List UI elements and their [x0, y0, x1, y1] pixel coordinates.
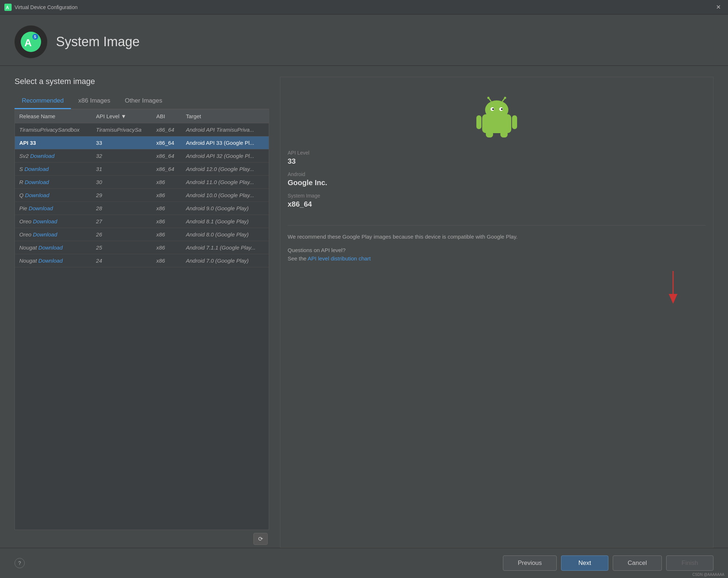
- cancel-button[interactable]: Cancel: [613, 555, 662, 571]
- table-footer: ⟳: [15, 530, 269, 548]
- arrow-container: [288, 262, 706, 306]
- android-row: Android Google Inc.: [288, 171, 706, 187]
- table-row[interactable]: TiramisuPrivacySandboxTiramisuPrivacySax…: [15, 123, 269, 136]
- download-link[interactable]: Download: [25, 192, 49, 198]
- table-body: TiramisuPrivacySandboxTiramisuPrivacySax…: [15, 123, 269, 267]
- download-link[interactable]: Download: [30, 153, 55, 159]
- title-bar: A Virtual Device Configuration ✕: [0, 0, 728, 15]
- table-row[interactable]: API 3333x86_64Android API 33 (Google Pl.…: [15, 136, 269, 150]
- table-row[interactable]: Q Download29x86Android 10.0 (Google Play…: [15, 189, 269, 202]
- svg-point-7: [485, 100, 508, 119]
- svg-rect-19: [500, 131, 508, 137]
- api-level-value: 33: [288, 157, 706, 166]
- android-studio-icon: A: [4, 4, 12, 11]
- download-link[interactable]: Download: [33, 218, 57, 224]
- images-table-container[interactable]: Release Name API Level ▼ ABI Target Tira…: [15, 109, 269, 530]
- col-api-level[interactable]: API Level ▼: [92, 109, 152, 123]
- col-release-name[interactable]: Release Name: [15, 109, 92, 123]
- svg-point-11: [501, 108, 503, 110]
- svg-text:A: A: [6, 5, 9, 10]
- table-row[interactable]: Sv2 Download32x86_64Android API 32 (Goog…: [15, 150, 269, 163]
- table-row[interactable]: Pie Download28x86Android 9.0 (Google Pla…: [15, 202, 269, 215]
- next-arrow-icon: [662, 269, 684, 306]
- right-panel: API Level 33 Android Google Inc. System …: [280, 77, 713, 548]
- android-robot-icon: [475, 95, 519, 139]
- api-see-line: See the API level distribution chart: [288, 255, 706, 262]
- android-logo-container: [288, 84, 706, 146]
- divider: [288, 225, 706, 226]
- tab-x86images[interactable]: x86 Images: [71, 93, 117, 109]
- svg-rect-17: [512, 115, 517, 129]
- header-area: A S System Image: [0, 15, 728, 66]
- col-target: Target: [181, 109, 269, 123]
- left-panel: Select a system image Recommended x86 Im…: [15, 77, 269, 548]
- window-title: Virtual Device Configuration: [15, 4, 77, 10]
- table-row[interactable]: Nougat Download24x86Android 7.0 (Google …: [15, 254, 269, 267]
- svg-marker-21: [669, 294, 677, 304]
- svg-point-15: [504, 97, 506, 99]
- previous-button[interactable]: Previous: [503, 555, 557, 571]
- svg-rect-16: [476, 115, 481, 129]
- system-image-label: System Image: [288, 193, 706, 199]
- select-label: Select a system image: [15, 77, 269, 86]
- download-link[interactable]: Download: [25, 179, 49, 185]
- recommend-text: We recommend these Google Play images be…: [288, 233, 706, 241]
- api-level-label: API Level: [288, 150, 706, 156]
- info-section: API Level 33 Android Google Inc. System …: [288, 146, 706, 218]
- api-question: Questions on API level?: [288, 247, 706, 253]
- android-label: Android: [288, 171, 706, 177]
- svg-text:A: A: [24, 37, 32, 48]
- android-value: Google Inc.: [288, 179, 706, 187]
- watermark: CSDN @AAAAAAA: [692, 573, 724, 577]
- bottom-bar: ? Previous Next Cancel Finish: [0, 548, 728, 578]
- download-link[interactable]: Download: [29, 205, 53, 211]
- table-row[interactable]: R Download30x86Android 11.0 (Google Play…: [15, 176, 269, 189]
- col-abi: ABI: [152, 109, 181, 123]
- help-button[interactable]: ?: [15, 558, 25, 568]
- api-level-chart-link[interactable]: API level distribution chart: [308, 255, 371, 262]
- svg-rect-18: [486, 131, 493, 137]
- title-bar-left: A Virtual Device Configuration: [4, 4, 77, 11]
- android-studio-logo: A S: [20, 31, 42, 53]
- api-see-text: See the: [288, 255, 308, 262]
- close-button[interactable]: ✕: [713, 2, 724, 12]
- download-link[interactable]: Download: [39, 258, 63, 264]
- tab-otherimages[interactable]: Other Images: [117, 93, 169, 109]
- table-row[interactable]: Oreo Download26x86Android 8.0 (Google Pl…: [15, 228, 269, 241]
- refresh-button[interactable]: ⟳: [253, 533, 268, 545]
- body-area: Select a system image Recommended x86 Im…: [0, 66, 728, 548]
- svg-point-13: [487, 97, 489, 99]
- finish-button[interactable]: Finish: [666, 555, 713, 571]
- table-row[interactable]: Oreo Download27x86Android 8.1 (Google Pl…: [15, 215, 269, 228]
- download-link[interactable]: Download: [24, 166, 49, 172]
- page-title: System Image: [56, 34, 140, 49]
- next-button[interactable]: Next: [561, 555, 608, 571]
- table-row[interactable]: S Download31x86_64Android 12.0 (Google P…: [15, 163, 269, 176]
- system-image-value: x86_64: [288, 200, 706, 208]
- tab-recommended[interactable]: Recommended: [15, 93, 71, 109]
- images-table: Release Name API Level ▼ ABI Target Tira…: [15, 109, 269, 267]
- table-header-row: Release Name API Level ▼ ABI Target: [15, 109, 269, 123]
- header-icon-circle: A S: [15, 25, 47, 58]
- table-row[interactable]: Nougat Download25x86Android 7.1.1 (Googl…: [15, 241, 269, 254]
- api-level-row: API Level 33: [288, 150, 706, 166]
- download-link[interactable]: Download: [39, 244, 63, 251]
- tabs-container: Recommended x86 Images Other Images: [15, 93, 269, 109]
- main-container: A S System Image Select a system image R…: [0, 15, 728, 578]
- system-image-row: System Image x86_64: [288, 193, 706, 208]
- download-link[interactable]: Download: [33, 231, 57, 238]
- svg-point-10: [492, 108, 494, 110]
- svg-text:S: S: [34, 35, 36, 39]
